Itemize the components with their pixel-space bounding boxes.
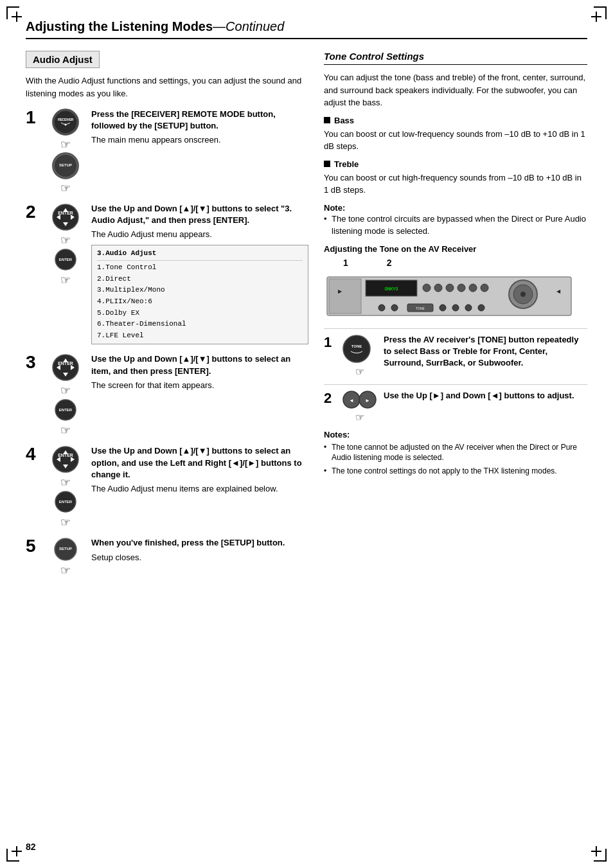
finger-2: ☞ bbox=[60, 235, 71, 246]
enter-button-icon-4b: ENTER bbox=[54, 490, 77, 513]
enter-button-icon-3a: ENTER bbox=[51, 353, 80, 382]
svg-point-35 bbox=[423, 284, 431, 292]
svg-point-42 bbox=[391, 305, 398, 311]
step-4-desc: The Audio Adjust menu items are explaine… bbox=[91, 483, 308, 495]
bass-heading: Bass bbox=[324, 116, 587, 125]
crosshair-bl bbox=[12, 846, 22, 856]
svg-point-38 bbox=[458, 284, 465, 292]
left-intro: With the Audio Adjust functions and sett… bbox=[26, 75, 308, 100]
crosshair-tl bbox=[12, 12, 22, 22]
step-5: 5 SETUP ☞ When you've finished, press th… bbox=[26, 537, 308, 576]
treble-heading: Treble bbox=[324, 159, 587, 169]
menu-item-7: 7.LFE Level bbox=[97, 330, 303, 342]
step-2-icons: ENTER ☞ ENTER ☞ bbox=[46, 203, 85, 286]
step-3: 3 ENTER ☞ E bbox=[26, 353, 308, 436]
svg-text:SETUP: SETUP bbox=[59, 163, 72, 167]
step-3-icons: ENTER ☞ ENTER ☞ bbox=[46, 353, 85, 436]
audio-adjust-title: Audio Adjust bbox=[26, 51, 100, 68]
crosshair-br bbox=[591, 846, 601, 856]
step-1: 1 RECEIVER ☞ bbox=[26, 109, 308, 194]
svg-text:ENTER: ENTER bbox=[59, 258, 73, 261]
page: Adjusting the Listening Modes—Continued … bbox=[0, 0, 613, 868]
enter-button-icon-3b: ENTER bbox=[54, 398, 77, 421]
finger-icon-setup: ☞ bbox=[60, 182, 71, 194]
finger-4b: ☞ bbox=[60, 517, 71, 528]
right-column: Tone Control Settings You can adjust the… bbox=[324, 51, 587, 585]
tone-step-2-title: Use the Up [►] and Down [◄] buttons to a… bbox=[384, 391, 574, 400]
bottom-note-1: The tone cannot be adjusted on the AV re… bbox=[324, 442, 587, 464]
menu-item-2: 2.Direct bbox=[97, 274, 303, 285]
svg-point-0 bbox=[54, 111, 77, 134]
svg-text:RECEIVER: RECEIVER bbox=[58, 118, 74, 121]
bass-desc: You can boost or cut low-frequency sound… bbox=[324, 128, 587, 153]
bottom-note-2: The tone control settings do not apply t… bbox=[324, 466, 587, 477]
tone-step-1-icon: TONE ☞ bbox=[342, 334, 377, 378]
svg-point-39 bbox=[469, 284, 477, 292]
menu-header: 3.Audio Adjust bbox=[97, 248, 303, 261]
step-5-title: When you've finished, press the [SETUP] … bbox=[91, 537, 308, 549]
step-5-number: 5 bbox=[26, 537, 40, 555]
note-section: Note: The tone control circuits are bypa… bbox=[324, 203, 587, 238]
page-number: 82 bbox=[26, 842, 36, 852]
receiver-button-icon: RECEIVER bbox=[52, 109, 79, 136]
svg-text:►: ► bbox=[365, 398, 370, 403]
step-2: 2 ENTER ☞ E bbox=[26, 203, 308, 344]
treble-title: Treble bbox=[334, 159, 359, 169]
svg-text:◄: ◄ bbox=[349, 398, 354, 403]
svg-point-40 bbox=[481, 284, 488, 292]
menu-box: 3.Audio Adjust 1.Tone Control 2.Direct 3… bbox=[91, 245, 308, 345]
step-5-desc: Setup closes. bbox=[91, 552, 308, 563]
step-4-icons: ENTER ☞ ENTER ☞ bbox=[46, 445, 85, 528]
crosshair-tr bbox=[591, 12, 601, 22]
note-label: Note: bbox=[324, 203, 587, 213]
finger-4: ☞ bbox=[60, 477, 71, 488]
svg-text:◀: ◀ bbox=[556, 288, 561, 294]
step-3-content: Use the Up and Down [▲]/[▼] buttons to s… bbox=[91, 353, 308, 391]
bottom-notes: Notes: The tone cannot be adjusted on th… bbox=[324, 430, 587, 477]
svg-point-41 bbox=[378, 305, 385, 311]
svg-text:ENTER: ENTER bbox=[59, 408, 73, 412]
up-down-arrows-icon: ENTER bbox=[51, 203, 80, 231]
menu-item-3: 3.Multiplex/Mono bbox=[97, 285, 303, 296]
tone-button-icon: TONE bbox=[342, 334, 371, 364]
finger-2b: ☞ bbox=[60, 274, 71, 286]
menu-item-5: 5.Dolby EX bbox=[97, 308, 303, 319]
note-item-1: The tone control circuits are bypassed w… bbox=[324, 213, 587, 238]
step-4: 4 ENTER ☞ E bbox=[26, 445, 308, 528]
step-1-content: Press the [RECEIVER] REMOTE MODE button,… bbox=[91, 109, 308, 146]
treble-desc: You can boost or cut high-frequency soun… bbox=[324, 172, 587, 197]
svg-text:SETUP: SETUP bbox=[59, 547, 72, 551]
tone-step-1-title: Press the AV receiver's [TONE] button re… bbox=[384, 335, 578, 368]
diagram-label-2: 2 bbox=[387, 258, 392, 268]
step-4-content: Use the Up and Down [▲]/[▼] buttons to s… bbox=[91, 445, 308, 495]
step-5-icons: SETUP ☞ bbox=[46, 537, 85, 576]
step-1-icons: RECEIVER ☞ SETUP bbox=[46, 109, 85, 194]
diagram-label-1: 1 bbox=[343, 258, 348, 268]
av-receiver-heading: Adjusting the Tone on the AV Receiver bbox=[324, 244, 587, 254]
svg-point-37 bbox=[446, 284, 454, 292]
step-1-title: Press the [RECEIVER] REMOTE MODE button,… bbox=[91, 109, 308, 132]
receiver-diagram-area: 1 2 ONKYO bbox=[324, 258, 587, 321]
two-col-layout: Audio Adjust With the Audio Adjust funct… bbox=[26, 51, 587, 585]
step-2-content: Use the Up and Down [▲]/[▼] buttons to s… bbox=[91, 203, 308, 344]
svg-text:ENTER: ENTER bbox=[59, 500, 73, 504]
continued-text: —Continued bbox=[213, 19, 284, 33]
tone-step-1: 1 TONE ☞ Press the AV receiver's [TONE] … bbox=[324, 328, 587, 378]
svg-rect-32 bbox=[329, 279, 361, 314]
svg-point-48 bbox=[478, 305, 484, 311]
step-1-desc: The main menu appears onscreen. bbox=[91, 134, 308, 146]
tone-step-2-icon: ◄ ► ☞ bbox=[342, 390, 377, 423]
svg-point-46 bbox=[452, 305, 459, 311]
menu-item-4: 4.PLIIx/Neo:6 bbox=[97, 296, 303, 308]
receiver-svg-diagram: ONKYO TONE bbox=[324, 270, 574, 319]
bottom-notes-label: Notes: bbox=[324, 430, 587, 439]
svg-point-54 bbox=[343, 335, 370, 362]
heading-text: Adjusting the Listening Modes bbox=[26, 19, 213, 33]
bass-title: Bass bbox=[334, 116, 354, 125]
step-3-number: 3 bbox=[26, 353, 40, 371]
svg-text:ONKYO: ONKYO bbox=[384, 287, 398, 292]
tone-step-2: 2 ◄ ► ☞ Use the Up [►] and Down [◄] butt… bbox=[324, 384, 587, 423]
left-column: Audio Adjust With the Audio Adjust funct… bbox=[26, 51, 308, 585]
finger-icon-1: ☞ bbox=[60, 139, 71, 150]
tone-step-1-number: 1 bbox=[324, 334, 335, 351]
